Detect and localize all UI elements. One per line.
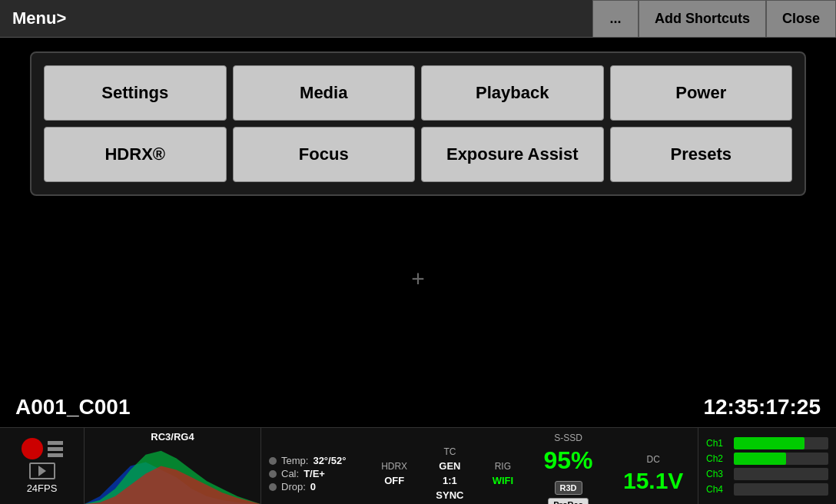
- tc-col: TC GEN 1:1 SYNC: [430, 446, 470, 501]
- channel-row-2: Ch2: [706, 453, 828, 465]
- close-button[interactable]: Close: [766, 0, 836, 38]
- temp-label: Temp:: [281, 455, 308, 466]
- hdrx-label: HDRX: [381, 461, 407, 472]
- r3d-tag: R3D: [555, 481, 582, 495]
- tags-section: R3D ProRes: [542, 478, 595, 504]
- drop-dot: [269, 483, 277, 491]
- power-button[interactable]: Power: [610, 65, 793, 121]
- hdrx-button[interactable]: HDRX®: [44, 127, 227, 182]
- timecode: 12:35:17:25: [703, 395, 821, 419]
- sssd-label: S-SSD: [554, 433, 582, 443]
- drop-row: Drop: 0: [269, 481, 360, 492]
- rig-col: RIG WIFI: [486, 461, 520, 486]
- status-left: 24FPS: [0, 428, 85, 504]
- media-button[interactable]: Media: [233, 65, 416, 121]
- hdrx-value: OFF: [384, 475, 404, 486]
- cal-label: Cal:: [281, 468, 299, 479]
- focus-button[interactable]: Focus: [233, 127, 416, 182]
- dc-label: DC: [647, 454, 660, 465]
- channel-row-4: Ch4: [706, 483, 828, 496]
- channel-2-bar-fill: [734, 453, 786, 465]
- rig-value: WIFI: [493, 475, 513, 486]
- channel-row-1: Ch1: [706, 437, 828, 449]
- play-box: [29, 463, 55, 479]
- sssd-col: S-SSD 95% R3D ProRes: [536, 433, 602, 504]
- settings-button[interactable]: Settings: [44, 65, 227, 121]
- main-area: Settings Media Playback Power HDRX® Focu…: [0, 38, 836, 427]
- record-circle: [22, 438, 43, 459]
- sssd-value: 95%: [544, 446, 593, 475]
- cal-dot: [269, 470, 277, 478]
- channel-3-label: Ch3: [706, 469, 729, 479]
- menu-label: Menu>: [0, 8, 592, 28]
- histogram-section: RC3/RG4: [85, 428, 261, 504]
- tc-value: GEN: [439, 460, 460, 472]
- cal-row: Cal: T/E+: [269, 468, 360, 479]
- fps-label: 24FPS: [27, 482, 58, 494]
- temp-value: 32°/52°: [313, 455, 346, 466]
- dc-col: DC 15.1V: [616, 454, 690, 494]
- header-bar: Menu> ... Add Shortcuts Close: [0, 0, 836, 38]
- clip-name: A001_C001: [15, 395, 130, 419]
- tc-label: TC: [443, 446, 456, 457]
- info-section: Temp: 32°/52° Cal: T/E+ Drop: 0 HDRX OFF…: [261, 428, 698, 504]
- rec-line-3: [48, 453, 63, 457]
- drop-label: Drop:: [281, 481, 306, 492]
- playback-button[interactable]: Playback: [421, 65, 604, 121]
- rec-line-1: [48, 441, 63, 445]
- prores-tag: ProRes: [548, 498, 589, 504]
- record-icon: [22, 438, 63, 459]
- ellipsis-button[interactable]: ...: [592, 0, 639, 38]
- status-bar: 24FPS RC3/RG4 Temp: 32°/52° Cal: T/E+: [0, 427, 836, 504]
- temp-dot: [269, 457, 277, 465]
- histogram-label: RC3/RG4: [151, 431, 194, 443]
- svg-marker-2: [85, 466, 260, 505]
- channel-2-bar-bg: [734, 453, 828, 465]
- exposure-assist-button[interactable]: Exposure Assist: [421, 127, 604, 182]
- sync-value: SYNC: [436, 489, 463, 501]
- rec-line-2: [48, 447, 63, 451]
- presets-button[interactable]: Presets: [610, 127, 793, 182]
- menu-grid-container: Settings Media Playback Power HDRX® Focu…: [30, 51, 806, 196]
- tc2-value: 1:1: [443, 475, 457, 486]
- channel-row-3: Ch3: [706, 468, 828, 480]
- hdrx-col: HDRX OFF: [375, 461, 414, 486]
- record-lines: [48, 441, 63, 457]
- playback-icon: [29, 463, 55, 479]
- play-triangle-icon: [38, 466, 46, 476]
- drop-value: 0: [310, 481, 316, 492]
- channel-1-bar-bg: [734, 437, 828, 449]
- channel-1-label: Ch1: [706, 438, 729, 449]
- header-buttons: ... Add Shortcuts Close: [592, 0, 836, 38]
- channel-2-label: Ch2: [706, 453, 729, 464]
- temp-row: Temp: 32°/52°: [269, 455, 360, 466]
- channels-section: Ch1 Ch2 Ch3 Ch4: [698, 428, 836, 504]
- crosshair: +: [411, 267, 425, 290]
- channel-3-bar-bg: [734, 468, 828, 480]
- rig-label: RIG: [495, 461, 511, 472]
- channel-1-bar-fill: [734, 437, 804, 449]
- channel-4-bar-bg: [734, 483, 828, 496]
- menu-grid: Settings Media Playback Power HDRX® Focu…: [44, 65, 792, 182]
- cal-value: T/E+: [304, 468, 325, 479]
- dc-value: 15.1V: [623, 468, 683, 494]
- temp-cal-drop-group: Temp: 32°/52° Cal: T/E+ Drop: 0: [269, 455, 360, 492]
- channel-4-label: Ch4: [706, 484, 729, 495]
- add-shortcuts-button[interactable]: Add Shortcuts: [639, 0, 766, 38]
